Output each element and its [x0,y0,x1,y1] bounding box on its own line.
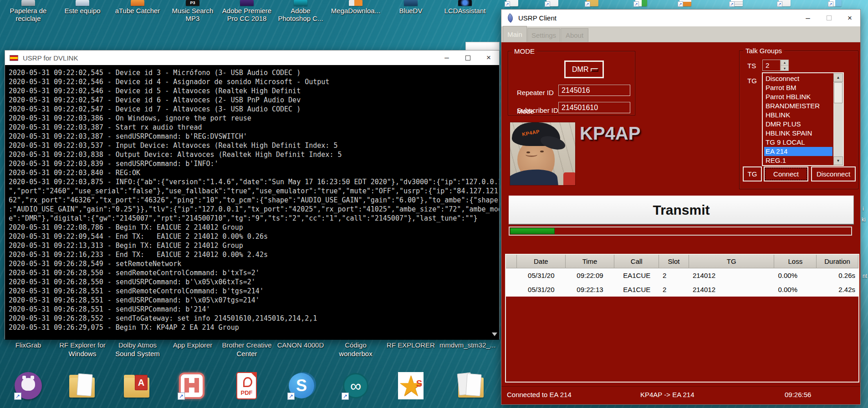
table-header-cell[interactable]: Time [566,255,615,268]
desktop-icon-folder-doc[interactable] [67,371,97,400]
tab-settings[interactable]: Settings [527,28,560,42]
maximize-button[interactable] [818,10,839,26]
close-button[interactable]: × [478,50,499,65]
minimize-button[interactable]: – [797,10,818,26]
music-search-mp3-icon: P3 [186,0,199,6]
partial-desktop-icon[interactable]: ↗ [546,0,558,6]
atube-catcher-icon [131,0,144,6]
desktop-icon-canon-4000d[interactable]: CANON 4000D [273,340,328,349]
table-header-cell[interactable]: Call [614,255,659,268]
label-fragment: nt [863,273,867,279]
partial-desktop-icon[interactable]: ↗ [779,0,791,6]
table-header-cell[interactable]: Date [517,255,566,268]
desktop-icon-github[interactable]: ↗ [14,371,43,400]
partial-desktop-icon[interactable]: ↗ [830,0,842,6]
desktop-icon-atube-catcher[interactable]: aTube Catcher [110,0,165,15]
talkgroup-item[interactable]: DMR PLUS [764,120,832,129]
table-cell [506,268,517,282]
talkgroup-item[interactable]: Disconnect [764,74,832,83]
partial-desktop-icon[interactable]: ↗ [731,0,743,6]
desktop-icon-folder-adobe[interactable]: A [122,371,151,400]
subscriber-id-field[interactable]: 214501610 [558,102,630,113]
desktop-icon-bluedv[interactable]: BlueDV [383,0,438,15]
folder-files-icon [458,378,484,398]
partial-desktop-icon[interactable]: ↗ [679,0,691,6]
transmit-button[interactable]: Transmit [509,196,854,224]
history-table-header: DateTimeCallSlotTGLossDuration [506,255,858,268]
megadownloader-icon [349,0,363,6]
desktop-icon-mmdvm-stm32[interactable]: mmdvm_stm32_... [439,340,494,349]
partial-desktop-icon[interactable]: ↗ [635,0,647,6]
talkgroup-scrollbar[interactable]: ▲ ▼ [833,73,843,165]
tg-button[interactable]: TG [743,166,762,181]
desktop-icon-adobe-photoshop[interactable]: Adobe Photoshop C... [273,0,328,22]
table-cell: 09:22:13 [566,282,615,297]
repeater-id-field[interactable]: 2145016 [558,85,630,96]
ts-spinbox[interactable]: 2 [762,60,781,71]
table-cell: 2 [659,268,689,282]
desktop-icon-arduino[interactable]: ∞↗ [341,371,370,400]
tab-main[interactable]: Main [503,26,527,42]
terminal-log-line: 2020-05-31 09:26:28,551 - sendRemoteCont… [9,287,499,296]
desktop-icon-megadownloader[interactable]: MegaDownloa... [328,0,383,15]
desktop-icon-skype[interactable]: S↗ [287,371,316,400]
desktop-icon-adobe-premiere[interactable]: Adobe Premiere Pro CC 2018 [220,0,274,22]
table-header-cell[interactable]: TG [689,255,775,268]
talkgroup-item[interactable]: Parrot HBLINK [764,92,832,101]
desktop-icon-brother-creative-center[interactable]: Brother Creative Center [220,340,274,358]
maximize-button[interactable] [457,50,478,65]
close-button[interactable]: × [839,10,860,26]
table-header-cell[interactable] [506,255,517,268]
scroll-down-icon[interactable]: ▼ [833,156,843,165]
scrollbar-thumb[interactable] [834,82,842,103]
minimize-button[interactable]: – [436,50,457,65]
disconnect-button[interactable]: Disconnect [811,166,856,181]
desktop-icon-rf-explorer[interactable]: RF EXPLORER [383,340,438,349]
desktop-icon-music-search-mp3[interactable]: P3Music Search MP3 [165,0,220,22]
status-route: KP4AP -> EA 214 [640,391,694,398]
terminal-log-line: 2020-05-31 09:26:29,075 - Begin TX: KP4A… [9,323,499,332]
talkgroup-item[interactable]: HBLINK SPAIN [764,129,832,138]
talkgroup-item[interactable]: BRANDMEISTER [764,101,832,111]
desktop-icon-flixgrab[interactable]: FlixGrab [1,340,56,349]
status-bar: Connected to EA 214 KP4AP -> EA 214 09:2… [501,386,860,403]
talkgroup-item[interactable]: HBLINK [764,111,832,120]
table-cell: 2.42s [817,282,858,297]
spin-down-icon[interactable]: ▼ [781,65,788,71]
desktop-icon-label: LCDAssistant [438,7,492,15]
desktop-icon-lcdassistant[interactable]: LCDAssistant [438,0,492,15]
table-header-cell[interactable]: Loss [774,255,817,268]
talkgroup-item[interactable]: Parrot BM [764,83,832,92]
tab-about[interactable]: About [561,28,588,42]
partial-desktop-icon[interactable]: ↗ [587,0,598,6]
connect-button[interactable]: Connect [764,166,808,181]
talkgroup-item[interactable]: TG 9 LOCAL [764,138,832,147]
terminal-log-line: 2020-05-31 09:26:28,551 - sendUSRPComman… [9,305,499,314]
partial-desktop-icon[interactable]: ↗ [506,0,518,6]
desktop-icon-label: Brother Creative Center [220,341,274,358]
desktop-icon-dolby-atmos[interactable]: Dolby Atmos Sound System [110,340,165,358]
table-header-cell[interactable]: Slot [659,255,689,268]
desktop-icon-este-equipo[interactable]: Este equipo [55,0,110,15]
desktop-icon-app-explorer[interactable]: App Explorer [165,340,220,349]
table-row[interactable]: 05/31/2009:22:09EA1CUE22140120.00%0.26s [506,268,858,282]
desktop-icon-folder-files[interactable] [456,371,485,400]
mode-dropdown[interactable]: DMR [564,60,604,78]
scroll-up-icon[interactable]: ▲ [833,73,843,82]
desktop-icon-label: Código wonderbox [328,341,383,358]
desktop-icon-pdf[interactable]: PDF [232,371,261,400]
terminal-titlebar[interactable]: USRP for DVLINK – × [5,50,499,65]
desktop-icon-codigo-wonderbox[interactable]: Código wonderbox [328,340,383,358]
usrp-titlebar[interactable]: USRP Client – × [501,10,860,26]
table-row[interactable]: 05/31/2009:22:13EA1CUE22140120.00%2.42s [506,282,858,297]
desktop-icon-star[interactable]: ★ [396,371,425,400]
terminal-log-line: 62","rx_port":"46326","tx_port":"46326",… [9,196,499,205]
spin-up-icon[interactable]: ▲ [781,60,788,65]
desktop-icon-papelera[interactable]: Papelera de reciclaje [1,0,56,22]
desktop-icon-rf-explorer-windows[interactable]: RF Explorer for Windows [55,340,110,358]
scroll-down-icon[interactable] [492,332,497,336]
talkgroup-item[interactable]: REG.1 [764,156,832,165]
talkgroup-item[interactable]: EA 214 [764,147,832,156]
desktop-icon-h-app[interactable]: ↗ [177,371,206,400]
table-header-cell[interactable]: Duration [817,255,858,268]
